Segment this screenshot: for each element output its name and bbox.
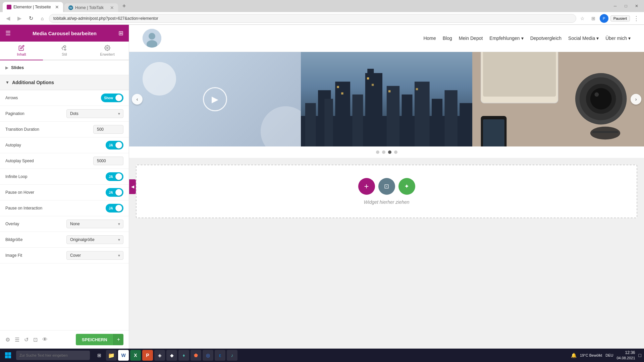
nav-stil-label: Stil bbox=[62, 52, 67, 56]
dot-1[interactable] bbox=[376, 150, 379, 154]
start-btn[interactable] bbox=[3, 350, 13, 361]
transition-duration-input[interactable] bbox=[93, 125, 123, 134]
svg-rect-41 bbox=[8, 356, 11, 359]
taskbar-search-input[interactable] bbox=[16, 351, 90, 360]
restore-btn[interactable]: □ bbox=[621, 1, 631, 11]
nav-mein-depot[interactable]: Mein Depot bbox=[459, 36, 483, 41]
forward-btn[interactable]: ▶ bbox=[15, 14, 24, 23]
pause-on-hover-toggle[interactable]: JA bbox=[106, 188, 123, 197]
paused-btn[interactable]: Pausiert bbox=[610, 15, 630, 21]
panel-collapse-btn[interactable]: ◀ bbox=[129, 179, 136, 194]
ai-btn[interactable]: ✦ bbox=[398, 178, 415, 195]
tab-close-icon[interactable]: ✕ bbox=[55, 4, 59, 10]
history-icon[interactable]: ↺ bbox=[24, 337, 29, 343]
autoplay-toggle[interactable]: JA bbox=[106, 141, 123, 149]
svg-rect-39 bbox=[8, 352, 11, 355]
responsive-icon[interactable]: ⊡ bbox=[33, 337, 38, 343]
bookmark-btn[interactable]: ☆ bbox=[578, 14, 587, 23]
dot-2[interactable] bbox=[382, 150, 385, 154]
pagination-label: Pagination bbox=[5, 111, 24, 116]
template-btn[interactable]: ⊡ bbox=[378, 178, 395, 195]
infinite-loop-toggle[interactable]: JA bbox=[106, 172, 123, 181]
carousel-next-btn[interactable]: › bbox=[631, 94, 641, 105]
autoplay-speed-input[interactable] bbox=[93, 157, 123, 165]
taskbar-app-8[interactable]: ⬟ bbox=[191, 350, 201, 361]
nav-erweitert-label: Erweitert bbox=[100, 52, 114, 56]
taskbar-app-6[interactable]: ◆ bbox=[166, 350, 177, 361]
taskbar-app-9[interactable]: ♪ bbox=[227, 350, 237, 361]
panel-nav-stil[interactable]: Stil bbox=[43, 42, 86, 60]
add-widget-btn[interactable]: + bbox=[358, 178, 375, 195]
notification-icon[interactable]: 🔔 bbox=[571, 353, 577, 358]
taskbar-chrome[interactable]: ◎ bbox=[203, 350, 213, 361]
pause-on-hover-toggle-label: JA bbox=[107, 191, 115, 194]
preview-icon[interactable]: 👁 bbox=[42, 337, 48, 343]
bildgroesse-select-wrap: Originalgröße Thumbnail Medium Large Ful… bbox=[66, 235, 123, 244]
new-tab-btn[interactable]: + bbox=[119, 1, 129, 11]
action-center-icon[interactable]: □ bbox=[639, 353, 641, 358]
profile-btn[interactable]: P bbox=[600, 14, 608, 23]
home-btn[interactable]: ⌂ bbox=[38, 14, 47, 23]
panel-title: Media Carousel bearbeiten bbox=[33, 31, 97, 36]
autoplay-speed-row: Autoplay Speed bbox=[0, 153, 129, 169]
bildgroesse-select[interactable]: Originalgröße Thumbnail Medium Large Ful… bbox=[66, 235, 123, 244]
play-button[interactable]: ▶ bbox=[203, 87, 227, 111]
panel-nav-inhalt[interactable]: Inhalt bbox=[0, 42, 43, 60]
tab-tobitalk[interactable]: W Home | TobiTalk ✕ bbox=[64, 3, 118, 12]
settings-icon[interactable]: ⚙ bbox=[5, 337, 10, 343]
tab-close-tobitalk-icon[interactable]: ✕ bbox=[110, 5, 114, 10]
image-fit-row: Image Fit Cover Contain Fill None ▼ bbox=[0, 248, 129, 263]
taskbar-edge[interactable]: ε bbox=[215, 350, 225, 361]
svg-rect-19 bbox=[460, 103, 472, 146]
url-field[interactable]: tobitalk.at/wp-admin/post.php?post=627&a… bbox=[49, 14, 576, 23]
dot-4[interactable] bbox=[394, 150, 397, 154]
taskbar-app-5[interactable]: ◈ bbox=[154, 350, 165, 361]
nav-blog[interactable]: Blog bbox=[443, 36, 452, 41]
dot-3[interactable] bbox=[388, 150, 391, 154]
carousel-container: ‹ ▶ bbox=[129, 52, 644, 146]
extensions-btn[interactable]: ⊞ bbox=[589, 14, 598, 23]
site-preview: Home Blog Mein Depot Empfehlungen▾ Depot… bbox=[129, 25, 644, 158]
pause-on-interaction-toggle-knob bbox=[115, 205, 122, 212]
taskbar-task-view[interactable]: ⊞ bbox=[94, 350, 105, 361]
taskbar-file-explorer[interactable]: 📁 bbox=[106, 350, 117, 361]
pause-on-interaction-toggle-label: JA bbox=[107, 206, 115, 210]
paint-icon bbox=[61, 45, 67, 51]
overlay-select[interactable]: None Text Icon bbox=[66, 220, 123, 228]
taskbar-powerpoint[interactable]: P bbox=[142, 350, 153, 361]
tab-elementor[interactable]: Elementor | Testseite ✕ bbox=[3, 2, 63, 12]
pagination-select-wrap: Dots None Numbers Fraction ▼ bbox=[66, 109, 123, 118]
content-area: Home Blog Mein Depot Empfehlungen▾ Depot… bbox=[129, 25, 644, 349]
nav-depotvergleich[interactable]: Depotvergleich bbox=[530, 36, 561, 41]
panel-menu-icon[interactable]: ☰ bbox=[5, 29, 11, 37]
pause-on-interaction-toggle[interactable]: JA bbox=[106, 204, 123, 213]
image-fit-select[interactable]: Cover Contain Fill None bbox=[66, 251, 123, 260]
nav-social-media[interactable]: Social Media▾ bbox=[568, 36, 599, 41]
close-btn[interactable]: ✕ bbox=[632, 1, 641, 11]
slides-section-header[interactable]: ▶ Slides bbox=[0, 60, 129, 75]
taskbar-word[interactable]: W bbox=[118, 350, 129, 361]
panel-nav: Inhalt Stil Erweitert bbox=[0, 42, 129, 60]
panel-header: ☰ Media Carousel bearbeiten ⊞ bbox=[0, 25, 129, 42]
additional-options-header[interactable]: ▼ Additional Options bbox=[0, 75, 129, 90]
taskbar-excel[interactable]: X bbox=[130, 350, 141, 361]
nav-uber-mich[interactable]: Über mich▾ bbox=[605, 36, 631, 41]
save-plus-button[interactable]: + bbox=[113, 334, 123, 345]
pause-on-interaction-row: Pause on Interaction JA bbox=[0, 200, 129, 216]
panel-nav-erweitert[interactable]: Erweitert bbox=[86, 42, 129, 60]
taskbar-app-7[interactable]: ♦ bbox=[178, 350, 189, 361]
nav-empfehlungen[interactable]: Empfehlungen▾ bbox=[489, 36, 523, 41]
carousel-prev-btn[interactable]: ‹ bbox=[132, 94, 143, 105]
refresh-btn[interactable]: ↻ bbox=[26, 14, 36, 23]
panel-grid-icon[interactable]: ⊞ bbox=[118, 29, 123, 37]
menu-btn[interactable]: ⋮ bbox=[632, 14, 641, 23]
save-button[interactable]: SPEICHERN bbox=[76, 334, 113, 345]
arrows-toggle[interactable]: Show bbox=[101, 94, 123, 102]
pagination-select[interactable]: Dots None Numbers Fraction bbox=[66, 109, 123, 118]
layers-icon[interactable]: ☰ bbox=[15, 337, 19, 343]
back-btn[interactable]: ◀ bbox=[3, 14, 13, 23]
infinite-loop-toggle-label: JA bbox=[107, 175, 115, 179]
nav-home[interactable]: Home bbox=[423, 36, 436, 41]
site-logo bbox=[143, 29, 161, 48]
minimize-btn[interactable]: ─ bbox=[610, 1, 620, 11]
